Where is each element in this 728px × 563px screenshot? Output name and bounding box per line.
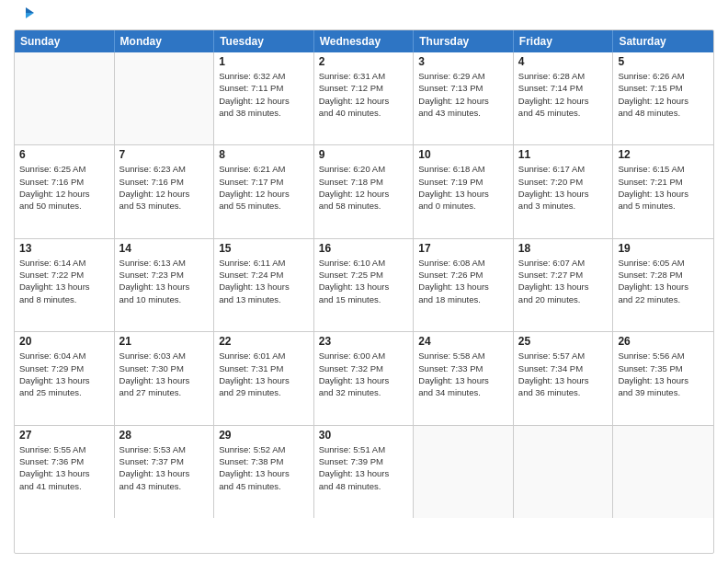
day-cell-1: 1Sunrise: 6:32 AM Sunset: 7:11 PM Daylig… xyxy=(214,52,314,144)
day-number-4: 4 xyxy=(518,55,609,68)
day-number-15: 15 xyxy=(219,242,309,255)
calendar-row-2: 6Sunrise: 6:25 AM Sunset: 7:16 PM Daylig… xyxy=(15,144,713,237)
calendar-row-4: 20Sunrise: 6:04 AM Sunset: 7:29 PM Dayli… xyxy=(15,331,713,424)
day-info-30: Sunrise: 5:51 AM Sunset: 7:39 PM Dayligh… xyxy=(319,443,409,492)
day-info-23: Sunrise: 6:00 AM Sunset: 7:32 PM Dayligh… xyxy=(319,350,409,398)
day-info-26: Sunrise: 5:56 AM Sunset: 7:35 PM Dayligh… xyxy=(618,350,709,398)
day-number-28: 28 xyxy=(119,429,210,442)
day-cell-17: 17Sunrise: 6:08 AM Sunset: 7:26 PM Dayli… xyxy=(414,239,514,331)
svg-marker-1 xyxy=(26,13,34,18)
day-number-11: 11 xyxy=(518,148,609,161)
day-cell-24: 24Sunrise: 5:58 AM Sunset: 7:33 PM Dayli… xyxy=(414,332,514,424)
day-number-29: 29 xyxy=(219,429,309,442)
day-info-17: Sunrise: 6:08 AM Sunset: 7:26 PM Dayligh… xyxy=(418,257,508,305)
day-info-1: Sunrise: 6:32 AM Sunset: 7:11 PM Dayligh… xyxy=(219,70,309,119)
day-number-25: 25 xyxy=(518,335,609,348)
day-cell-16: 16Sunrise: 6:10 AM Sunset: 7:25 PM Dayli… xyxy=(314,239,415,331)
day-cell-4: 4Sunrise: 6:28 AM Sunset: 7:14 PM Daylig… xyxy=(514,52,614,144)
day-info-29: Sunrise: 5:52 AM Sunset: 7:38 PM Dayligh… xyxy=(219,443,309,492)
calendar-row-3: 13Sunrise: 6:14 AM Sunset: 7:22 PM Dayli… xyxy=(15,238,713,331)
logo xyxy=(14,9,36,22)
calendar: SundayMondayTuesdayWednesdayThursdayFrid… xyxy=(14,29,714,554)
day-number-24: 24 xyxy=(418,335,508,348)
day-info-6: Sunrise: 6:25 AM Sunset: 7:16 PM Dayligh… xyxy=(19,163,109,212)
day-number-23: 23 xyxy=(319,335,409,348)
day-number-30: 30 xyxy=(319,429,409,442)
day-number-6: 6 xyxy=(19,148,109,161)
day-cell-11: 11Sunrise: 6:17 AM Sunset: 7:20 PM Dayli… xyxy=(514,145,614,237)
day-info-4: Sunrise: 6:28 AM Sunset: 7:14 PM Dayligh… xyxy=(518,70,609,119)
calendar-body: 1Sunrise: 6:32 AM Sunset: 7:11 PM Daylig… xyxy=(15,52,713,518)
day-cell-empty xyxy=(414,426,514,518)
day-cell-9: 9Sunrise: 6:20 AM Sunset: 7:18 PM Daylig… xyxy=(314,145,415,237)
day-cell-29: 29Sunrise: 5:52 AM Sunset: 7:38 PM Dayli… xyxy=(214,426,314,518)
weekday-header-thursday: Thursday xyxy=(414,30,514,52)
day-cell-20: 20Sunrise: 6:04 AM Sunset: 7:29 PM Dayli… xyxy=(15,332,115,424)
day-number-27: 27 xyxy=(19,429,109,442)
day-cell-18: 18Sunrise: 6:07 AM Sunset: 7:27 PM Dayli… xyxy=(514,239,614,331)
day-info-21: Sunrise: 6:03 AM Sunset: 7:30 PM Dayligh… xyxy=(119,350,210,398)
day-cell-3: 3Sunrise: 6:29 AM Sunset: 7:13 PM Daylig… xyxy=(414,52,514,144)
day-info-3: Sunrise: 6:29 AM Sunset: 7:13 PM Dayligh… xyxy=(418,70,508,119)
day-info-20: Sunrise: 6:04 AM Sunset: 7:29 PM Dayligh… xyxy=(19,350,109,398)
day-info-18: Sunrise: 6:07 AM Sunset: 7:27 PM Dayligh… xyxy=(518,257,609,305)
day-number-18: 18 xyxy=(518,242,609,255)
day-cell-27: 27Sunrise: 5:55 AM Sunset: 7:36 PM Dayli… xyxy=(15,426,115,518)
day-number-8: 8 xyxy=(219,148,309,161)
day-cell-30: 30Sunrise: 5:51 AM Sunset: 7:39 PM Dayli… xyxy=(314,426,415,518)
day-cell-empty xyxy=(115,52,215,144)
day-info-13: Sunrise: 6:14 AM Sunset: 7:22 PM Dayligh… xyxy=(19,257,109,305)
day-info-24: Sunrise: 5:58 AM Sunset: 7:33 PM Dayligh… xyxy=(418,350,508,398)
page: SundayMondayTuesdayWednesdayThursdayFrid… xyxy=(0,0,728,563)
day-cell-22: 22Sunrise: 6:01 AM Sunset: 7:31 PM Dayli… xyxy=(214,332,314,424)
day-info-10: Sunrise: 6:18 AM Sunset: 7:19 PM Dayligh… xyxy=(418,163,508,212)
day-cell-25: 25Sunrise: 5:57 AM Sunset: 7:34 PM Dayli… xyxy=(514,332,614,424)
day-number-1: 1 xyxy=(219,55,309,68)
day-cell-6: 6Sunrise: 6:25 AM Sunset: 7:16 PM Daylig… xyxy=(15,145,115,237)
day-info-16: Sunrise: 6:10 AM Sunset: 7:25 PM Dayligh… xyxy=(319,257,409,305)
day-cell-14: 14Sunrise: 6:13 AM Sunset: 7:23 PM Dayli… xyxy=(115,239,215,331)
day-number-10: 10 xyxy=(418,148,508,161)
day-number-17: 17 xyxy=(418,242,508,255)
day-number-13: 13 xyxy=(19,242,109,255)
weekday-header-sunday: Sunday xyxy=(15,30,115,52)
day-cell-15: 15Sunrise: 6:11 AM Sunset: 7:24 PM Dayli… xyxy=(214,239,314,331)
day-info-27: Sunrise: 5:55 AM Sunset: 7:36 PM Dayligh… xyxy=(19,443,109,492)
day-info-12: Sunrise: 6:15 AM Sunset: 7:21 PM Dayligh… xyxy=(618,163,709,212)
day-number-5: 5 xyxy=(618,55,709,68)
day-number-20: 20 xyxy=(19,335,109,348)
day-number-7: 7 xyxy=(119,148,210,161)
day-cell-empty xyxy=(613,426,713,518)
day-info-22: Sunrise: 6:01 AM Sunset: 7:31 PM Dayligh… xyxy=(219,350,309,398)
day-cell-7: 7Sunrise: 6:23 AM Sunset: 7:16 PM Daylig… xyxy=(115,145,215,237)
day-info-15: Sunrise: 6:11 AM Sunset: 7:24 PM Dayligh… xyxy=(219,257,309,305)
header xyxy=(14,9,714,22)
day-number-21: 21 xyxy=(119,335,210,348)
day-number-22: 22 xyxy=(219,335,309,348)
day-cell-28: 28Sunrise: 5:53 AM Sunset: 7:37 PM Dayli… xyxy=(115,426,215,518)
day-info-11: Sunrise: 6:17 AM Sunset: 7:20 PM Dayligh… xyxy=(518,163,609,212)
day-info-9: Sunrise: 6:20 AM Sunset: 7:18 PM Dayligh… xyxy=(319,163,409,212)
calendar-row-1: 1Sunrise: 6:32 AM Sunset: 7:11 PM Daylig… xyxy=(15,52,713,144)
day-cell-12: 12Sunrise: 6:15 AM Sunset: 7:21 PM Dayli… xyxy=(613,145,713,237)
day-number-2: 2 xyxy=(319,55,409,68)
day-cell-13: 13Sunrise: 6:14 AM Sunset: 7:22 PM Dayli… xyxy=(15,239,115,331)
day-number-3: 3 xyxy=(418,55,508,68)
day-cell-21: 21Sunrise: 6:03 AM Sunset: 7:30 PM Dayli… xyxy=(115,332,215,424)
weekday-header-saturday: Saturday xyxy=(613,30,713,52)
calendar-header: SundayMondayTuesdayWednesdayThursdayFrid… xyxy=(15,30,713,52)
day-cell-23: 23Sunrise: 6:00 AM Sunset: 7:32 PM Dayli… xyxy=(314,332,415,424)
day-cell-empty xyxy=(15,52,115,144)
weekday-header-monday: Monday xyxy=(115,30,215,52)
day-cell-empty xyxy=(514,426,614,518)
day-cell-2: 2Sunrise: 6:31 AM Sunset: 7:12 PM Daylig… xyxy=(314,52,415,144)
day-cell-10: 10Sunrise: 6:18 AM Sunset: 7:19 PM Dayli… xyxy=(414,145,514,237)
day-number-14: 14 xyxy=(119,242,210,255)
day-number-26: 26 xyxy=(618,335,709,348)
weekday-header-friday: Friday xyxy=(514,30,614,52)
day-info-7: Sunrise: 6:23 AM Sunset: 7:16 PM Dayligh… xyxy=(119,163,210,212)
day-info-28: Sunrise: 5:53 AM Sunset: 7:37 PM Dayligh… xyxy=(119,443,210,492)
day-info-14: Sunrise: 6:13 AM Sunset: 7:23 PM Dayligh… xyxy=(119,257,210,305)
weekday-header-wednesday: Wednesday xyxy=(314,30,415,52)
day-number-19: 19 xyxy=(618,242,709,255)
